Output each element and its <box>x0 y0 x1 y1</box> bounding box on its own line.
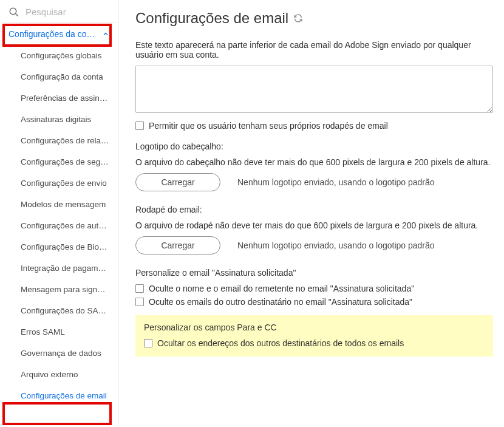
sidebar-item-label: Governança de dados <box>21 349 101 358</box>
sidebar-item-saml-settings[interactable]: Configurações do SAML <box>0 300 118 321</box>
checkbox-icon[interactable] <box>135 121 144 130</box>
sidebar-item-label: Modelos de mensagem <box>21 200 106 209</box>
header-logo-status: Nenhum logotipo enviado, usando o logoti… <box>237 177 435 187</box>
search-input[interactable] <box>24 6 109 18</box>
sidebar-item-label: Configurações de segura… <box>21 157 118 166</box>
sidebar-item-account-setup[interactable]: Configuração da conta <box>0 66 118 87</box>
sidebar-item-global-settings[interactable]: Configurações globais <box>0 45 118 66</box>
search-icon <box>9 7 19 18</box>
checkbox-label: Oculte o nome e o email do remetente no … <box>149 284 414 293</box>
sidebar-section-account-settings[interactable]: Configurações da co… <box>0 23 118 45</box>
to-cc-label: Personalizar os campos Para e CC <box>144 323 485 332</box>
page-title-text: Configurações de email <box>135 10 288 27</box>
svg-point-0 <box>10 8 16 15</box>
sidebar-item-label: Integração de pagamento <box>21 264 114 273</box>
hide-sender-row[interactable]: Oculte o nome e o email do remetente no … <box>135 284 493 293</box>
search-row <box>0 0 118 23</box>
checkbox-icon[interactable] <box>135 298 144 306</box>
refresh-icon[interactable] <box>293 13 303 23</box>
sidebar-item-label: Arquivo externo <box>21 370 78 379</box>
sidebar-nav: Configurações da co… Configurações globa… <box>0 23 118 427</box>
page-title: Configurações de email <box>135 10 493 27</box>
sidebar-item-label: Configurações de envio <box>21 179 107 188</box>
sidebar-item-send-settings[interactable]: Configurações de envio <box>0 173 118 194</box>
upload-footer-button[interactable]: Carregar <box>135 236 220 254</box>
footer-logo-row: Carregar Nenhum logotipo enviado, usando… <box>135 236 493 254</box>
footer-text-textarea[interactable] <box>135 66 493 113</box>
svg-line-1 <box>16 13 18 16</box>
sidebar-item-security-settings[interactable]: Configurações de segura… <box>0 151 118 173</box>
sidebar: Configurações da co… Configurações globa… <box>0 0 118 427</box>
sidebar-item-label: Configurações de autenti… <box>21 221 118 230</box>
hide-all-recipients-row[interactable]: Ocultar os endereços dos outros destinat… <box>144 338 485 348</box>
sidebar-item-external-archive[interactable]: Arquivo externo <box>0 364 118 385</box>
sidebar-item-signer-messaging[interactable]: Mensagem para signatário <box>0 279 118 300</box>
sidebar-item-label: Preferências de assinatura <box>21 94 118 103</box>
sidebar-item-label: Assinaturas digitais <box>21 115 91 124</box>
sidebar-item-data-governance[interactable]: Governança de dados <box>0 343 118 364</box>
allow-user-footer-row[interactable]: Permitir que os usuário tenham seus próp… <box>135 121 493 131</box>
footer-logo-desc: O arquivo de rodapé não deve ter mais do… <box>135 220 493 230</box>
sidebar-item-label: Erros SAML <box>21 327 65 336</box>
sig-requested-label: Personalize o email "Assinatura solicita… <box>135 268 493 278</box>
sidebar-item-label: Configurações globais <box>21 51 102 60</box>
checkbox-icon[interactable] <box>135 284 144 293</box>
checkbox-label: Permitir que os usuário tenham seus próp… <box>149 121 388 131</box>
footer-logo-status: Nenhum logotipo enviado, usando o logoti… <box>237 241 435 250</box>
checkbox-label: Ocultar os endereços dos outros destinat… <box>157 338 404 348</box>
sidebar-item-digital-signatures[interactable]: Assinaturas digitais <box>0 109 118 130</box>
chevron-up-icon <box>102 30 109 38</box>
intro-text: Este texto aparecerá na parte inferior d… <box>135 40 493 60</box>
sidebar-item-signature-preferences[interactable]: Preferências de assinatura <box>0 87 118 109</box>
sidebar-item-message-templates[interactable]: Modelos de mensagem <box>0 194 118 215</box>
footer-logo-label: Rodapé do email: <box>135 205 493 214</box>
sidebar-item-report-settings[interactable]: Configurações de relatório <box>0 130 118 151</box>
sidebar-item-label: Configurações do SAML <box>21 306 109 315</box>
sidebar-item-label: Configurações de Bio-Ph… <box>21 242 118 251</box>
sidebar-item-label: Configuração da conta <box>21 72 103 81</box>
sidebar-item-payment-integration[interactable]: Integração de pagamento <box>0 258 118 279</box>
sidebar-item-label: Mensagem para signatário <box>21 285 118 294</box>
sidebar-item-label: Configurações de relatório <box>21 136 117 145</box>
main-content: Configurações de email Este texto aparec… <box>118 0 504 427</box>
header-logo-row: Carregar Nenhum logotipo enviado, usando… <box>135 173 493 191</box>
sidebar-item-label: Configurações de email <box>21 391 107 400</box>
checkbox-label: Oculte os emails do outro destinatário n… <box>149 297 412 307</box>
checkbox-icon[interactable] <box>144 339 152 347</box>
hide-other-recipients-row[interactable]: Oculte os emails do outro destinatário n… <box>135 297 493 307</box>
upload-header-button[interactable]: Carregar <box>135 173 220 191</box>
sidebar-item-email-settings[interactable]: Configurações de email <box>0 385 118 406</box>
sidebar-item-auth-settings[interactable]: Configurações de autenti… <box>0 215 118 236</box>
to-cc-block: Personalizar os campos Para e CC Ocultar… <box>135 315 493 357</box>
sidebar-section-label: Configurações da co… <box>9 29 95 39</box>
sidebar-item-biopharma-settings[interactable]: Configurações de Bio-Ph… <box>0 236 118 258</box>
header-logo-label: Logotipo do cabeçalho: <box>135 142 493 151</box>
header-logo-desc: O arquivo do cabeçalho não deve ter mais… <box>135 157 493 167</box>
sidebar-item-saml-errors[interactable]: Erros SAML <box>0 321 118 343</box>
